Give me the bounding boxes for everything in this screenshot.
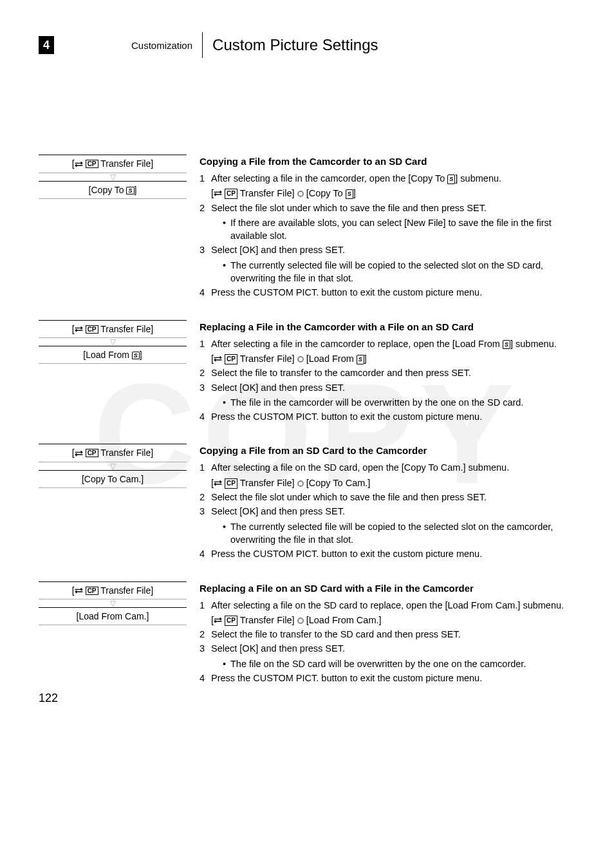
step-number: 2 (200, 628, 211, 641)
step: 3Select [OK] and then press SET.The file… (200, 642, 575, 670)
cp-icon: CP (86, 449, 98, 457)
page-container: 4 Customization Custom Picture Settings … (0, 0, 614, 731)
step-number: 2 (200, 366, 211, 379)
transfer-icon: ⮂ (75, 325, 83, 334)
chapter-number: 4 (39, 36, 54, 54)
ring-icon (297, 618, 304, 624)
transfer-icon: ⮂ (75, 586, 83, 596)
step-bullet: The currently selected file will be copi… (211, 520, 575, 547)
step-number: 3 (200, 381, 211, 410)
step-body: After selecting a file on the SD card, o… (211, 461, 575, 489)
step-number: 2 (200, 202, 211, 243)
step-body: Select the file to transfer to the SD ca… (211, 628, 575, 641)
sidebar-menu: [⮂ CP Transfer File]▽[Load From Cam.] (39, 581, 200, 686)
step: 3Select [OK] and then press SET.The curr… (200, 243, 575, 285)
step-number: 4 (200, 286, 211, 299)
chevron-down-icon: ▽ (39, 338, 187, 346)
transfer-icon: ⮂ (214, 354, 222, 365)
cp-icon: CP (225, 478, 237, 489)
step-body: Select the file slot under which to save… (211, 202, 575, 243)
section-0: [⮂ CP Transfer File]▽[Copy To S]Copying … (39, 155, 575, 301)
sidebar-menu: [⮂ CP Transfer File]▽[Copy To S] (39, 155, 200, 301)
sd-icon: S (447, 175, 455, 184)
step-number: 4 (200, 410, 211, 423)
sidebar-top: [⮂ CP Transfer File] (39, 581, 187, 600)
menu-path: [⮂ CP Transfer File] [Load From S] (211, 352, 575, 365)
step: 4Press the CUSTOM PICT. button to exit t… (200, 672, 575, 684)
section-title: Replacing a File in the Camcorder with a… (200, 320, 575, 334)
cp-icon: CP (225, 189, 237, 199)
step: 2Select the file to transfer to the SD c… (200, 628, 575, 641)
step-bullet: The file in the camcorder will be overwr… (211, 396, 575, 409)
sidebar-bottom: [Copy To S] (39, 181, 187, 199)
step-body: After selecting a file on the SD card to… (211, 599, 575, 627)
transfer-icon: ⮂ (214, 478, 222, 489)
sidebar-bottom: [Load From Cam.] (39, 607, 187, 625)
ring-icon (297, 356, 304, 363)
section-body: Replacing a File on an SD Card with a Fi… (200, 581, 575, 686)
chevron-down-icon: ▽ (39, 462, 187, 470)
step: 1After selecting a file in the camcorder… (200, 172, 575, 200)
chevron-down-icon: ▽ (39, 599, 187, 607)
transfer-icon: ⮂ (75, 449, 83, 458)
step-number: 3 (200, 642, 211, 670)
step-body: Press the CUSTOM PICT. button to exit th… (211, 547, 575, 560)
step: 4Press the CUSTOM PICT. button to exit t… (200, 286, 575, 299)
step: 1After selecting a file on the SD card, … (200, 461, 575, 489)
cp-icon: CP (225, 354, 237, 364)
menu-path: [⮂ CP Transfer File] [Copy To Cam.] (211, 476, 575, 489)
step: 1After selecting a file on the SD card t… (200, 599, 575, 627)
section-1: [⮂ CP Transfer File]▽[Load From S]Replac… (39, 320, 575, 425)
step-body: After selecting a file in the camcorder … (211, 337, 575, 366)
section-3: [⮂ CP Transfer File]▽[Load From Cam.]Rep… (39, 581, 575, 686)
sidebar-menu: [⮂ CP Transfer File]▽[Load From S] (39, 320, 200, 425)
menu-path: [⮂ CP Transfer File] [Copy To S] (211, 187, 575, 200)
step-body: Select the file slot under which to save… (211, 491, 575, 504)
sd-icon: S (503, 340, 510, 350)
step: 4Press the CUSTOM PICT. button to exit t… (200, 547, 575, 560)
step-number: 1 (200, 461, 211, 489)
section-body: Copying a File from an SD Card to the Ca… (200, 444, 575, 561)
transfer-icon: ⮂ (214, 188, 222, 200)
step: 2Select the file slot under which to sav… (200, 202, 575, 243)
step-number: 4 (200, 672, 211, 684)
sidebar-top: [⮂ CP Transfer File] (39, 320, 187, 339)
transfer-icon: ⮂ (214, 615, 222, 627)
step-bullet: The file on the SD card will be overwrit… (211, 657, 575, 670)
step: 2Select the file to transfer to the camc… (200, 366, 575, 379)
sidebar-top: [⮂ CP Transfer File] (39, 155, 187, 173)
step-body: Press the CUSTOM PICT. button to exit th… (211, 672, 575, 684)
ring-icon (297, 480, 304, 487)
transfer-icon: ⮂ (75, 160, 83, 169)
cp-icon: CP (86, 325, 98, 334)
step-bullet: The currently selected file will be copi… (211, 259, 575, 285)
step-body: Select [OK] and then press SET.The curre… (211, 243, 575, 285)
step-body: Select the file to transfer to the camco… (211, 366, 575, 379)
sd-icon: S (346, 189, 353, 199)
step-body: After selecting a file in the camcorder,… (211, 172, 575, 200)
step-number: 3 (200, 243, 211, 285)
step: 3Select [OK] and then press SET.The file… (200, 381, 575, 410)
step: 2Select the file slot under which to sav… (200, 491, 575, 504)
step-number: 1 (200, 337, 211, 366)
sidebar-bottom: [Load From S] (39, 346, 187, 364)
ring-icon (297, 191, 304, 197)
chapter-label: Customization (131, 32, 203, 58)
sidebar-menu: [⮂ CP Transfer File]▽[Copy To Cam.] (39, 444, 200, 561)
menu-path: [⮂ CP Transfer File] [Load From Cam.] (211, 614, 575, 627)
sidebar-bottom: [Copy To Cam.] (39, 470, 187, 488)
step-bullet: If there are available slots, you can se… (211, 216, 575, 243)
sd-icon: S (126, 187, 134, 194)
section-body: Copying a File from the Camcorder to an … (200, 155, 575, 301)
cp-icon: CP (86, 587, 98, 595)
step-number: 3 (200, 505, 211, 546)
section-title: Replacing a File on an SD Card with a Fi… (200, 581, 575, 595)
cp-icon: CP (225, 616, 237, 626)
step-body: Press the CUSTOM PICT. button to exit th… (211, 410, 575, 423)
step-number: 2 (200, 491, 211, 504)
step-number: 1 (200, 172, 211, 200)
step-body: Press the CUSTOM PICT. button to exit th… (211, 286, 575, 299)
section-title: Copying a File from the Camcorder to an … (200, 155, 575, 168)
step: 3Select [OK] and then press SET.The curr… (200, 505, 575, 546)
page-title: Custom Picture Settings (203, 36, 378, 54)
